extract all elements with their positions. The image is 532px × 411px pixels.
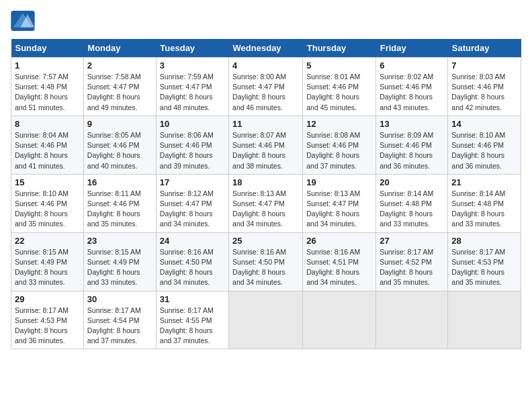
calendar-cell	[229, 291, 303, 349]
day-number: 13	[380, 119, 444, 129]
weekday-header-row: Sunday Monday Tuesday Wednesday Thursday…	[11, 39, 521, 58]
day-info: Sunrise: 8:09 AMSunset: 4:46 PMDaylight:…	[380, 130, 444, 171]
day-number: 16	[87, 177, 152, 187]
day-info: Sunrise: 8:15 AMSunset: 4:49 PMDaylight:…	[87, 247, 152, 288]
calendar-week-row: 29 Sunrise: 8:17 AMSunset: 4:53 PMDaylig…	[11, 291, 521, 349]
calendar-cell: 7 Sunrise: 8:03 AMSunset: 4:46 PMDayligh…	[448, 58, 521, 116]
calendar-cell: 5 Sunrise: 8:01 AMSunset: 4:46 PMDayligh…	[303, 58, 376, 116]
day-info: Sunrise: 8:13 AMSunset: 4:47 PMDaylight:…	[306, 189, 372, 230]
header	[11, 11, 521, 31]
day-info: Sunrise: 8:17 AMSunset: 4:52 PMDaylight:…	[380, 247, 444, 288]
calendar-cell: 13 Sunrise: 8:09 AMSunset: 4:46 PMDaylig…	[376, 116, 448, 174]
calendar-cell: 18 Sunrise: 8:13 AMSunset: 4:47 PMDaylig…	[229, 174, 303, 232]
day-info: Sunrise: 8:03 AMSunset: 4:46 PMDaylight:…	[451, 72, 517, 113]
logo	[11, 11, 39, 31]
day-info: Sunrise: 8:05 AMSunset: 4:46 PMDaylight:…	[87, 130, 152, 171]
calendar-cell: 28 Sunrise: 8:17 AMSunset: 4:53 PMDaylig…	[448, 232, 521, 291]
day-number: 30	[87, 294, 152, 304]
day-info: Sunrise: 7:59 AMSunset: 4:47 PMDaylight:…	[160, 72, 225, 113]
calendar-cell: 24 Sunrise: 8:16 AMSunset: 4:50 PMDaylig…	[156, 232, 228, 291]
day-info: Sunrise: 8:12 AMSunset: 4:47 PMDaylight:…	[160, 189, 225, 230]
day-number: 11	[232, 119, 299, 129]
day-info: Sunrise: 8:01 AMSunset: 4:46 PMDaylight:…	[306, 72, 372, 113]
day-number: 1	[15, 60, 80, 71]
day-info: Sunrise: 8:02 AMSunset: 4:46 PMDaylight:…	[380, 72, 444, 113]
calendar-cell	[376, 291, 448, 349]
day-number: 25	[232, 236, 299, 246]
day-info: Sunrise: 8:15 AMSunset: 4:49 PMDaylight:…	[15, 247, 80, 288]
header-saturday: Saturday	[448, 39, 521, 58]
header-sunday: Sunday	[11, 39, 84, 58]
day-number: 15	[15, 177, 80, 187]
day-info: Sunrise: 8:16 AMSunset: 4:50 PMDaylight:…	[232, 247, 299, 288]
calendar-week-row: 8 Sunrise: 8:04 AMSunset: 4:46 PMDayligh…	[11, 116, 521, 174]
day-info: Sunrise: 8:17 AMSunset: 4:55 PMDaylight:…	[160, 306, 225, 347]
logo-icon	[11, 11, 35, 31]
day-info: Sunrise: 8:00 AMSunset: 4:47 PMDaylight:…	[232, 72, 299, 113]
day-number: 21	[451, 177, 517, 187]
calendar-cell: 21 Sunrise: 8:14 AMSunset: 4:48 PMDaylig…	[448, 174, 521, 232]
day-number: 28	[451, 236, 517, 246]
day-number: 17	[160, 177, 225, 187]
day-number: 31	[160, 294, 225, 304]
calendar-cell: 10 Sunrise: 8:06 AMSunset: 4:46 PMDaylig…	[156, 116, 228, 174]
day-info: Sunrise: 8:17 AMSunset: 4:53 PMDaylight:…	[15, 306, 80, 347]
calendar-cell: 27 Sunrise: 8:17 AMSunset: 4:52 PMDaylig…	[376, 232, 448, 291]
calendar-cell: 4 Sunrise: 8:00 AMSunset: 4:47 PMDayligh…	[229, 58, 303, 116]
day-number: 2	[87, 60, 152, 71]
day-number: 26	[306, 236, 372, 246]
calendar-cell: 2 Sunrise: 7:58 AMSunset: 4:47 PMDayligh…	[83, 58, 156, 116]
day-number: 7	[451, 60, 517, 71]
calendar-cell: 23 Sunrise: 8:15 AMSunset: 4:49 PMDaylig…	[83, 232, 156, 291]
calendar-cell: 30 Sunrise: 8:17 AMSunset: 4:54 PMDaylig…	[83, 291, 156, 349]
header-thursday: Thursday	[303, 39, 376, 58]
calendar-cell: 15 Sunrise: 8:10 AMSunset: 4:46 PMDaylig…	[11, 174, 84, 232]
day-number: 10	[160, 119, 225, 129]
calendar-cell: 6 Sunrise: 8:02 AMSunset: 4:46 PMDayligh…	[376, 58, 448, 116]
day-number: 20	[380, 177, 444, 187]
calendar-cell: 3 Sunrise: 7:59 AMSunset: 4:47 PMDayligh…	[156, 58, 228, 116]
day-info: Sunrise: 8:06 AMSunset: 4:46 PMDaylight:…	[160, 130, 225, 171]
day-number: 3	[160, 60, 225, 71]
day-info: Sunrise: 8:10 AMSunset: 4:46 PMDaylight:…	[15, 189, 80, 230]
calendar-cell: 25 Sunrise: 8:16 AMSunset: 4:50 PMDaylig…	[229, 232, 303, 291]
day-number: 29	[15, 294, 80, 304]
day-number: 22	[15, 236, 80, 246]
day-info: Sunrise: 8:14 AMSunset: 4:48 PMDaylight:…	[451, 189, 517, 230]
day-number: 8	[15, 119, 80, 129]
calendar-cell: 8 Sunrise: 8:04 AMSunset: 4:46 PMDayligh…	[11, 116, 84, 174]
day-info: Sunrise: 7:58 AMSunset: 4:47 PMDaylight:…	[87, 72, 152, 113]
day-number: 4	[232, 60, 299, 71]
day-info: Sunrise: 8:16 AMSunset: 4:51 PMDaylight:…	[306, 247, 372, 288]
calendar-cell: 16 Sunrise: 8:11 AMSunset: 4:46 PMDaylig…	[83, 174, 156, 232]
calendar-cell: 26 Sunrise: 8:16 AMSunset: 4:51 PMDaylig…	[303, 232, 376, 291]
header-monday: Monday	[83, 39, 156, 58]
day-info: Sunrise: 8:17 AMSunset: 4:53 PMDaylight:…	[451, 247, 517, 288]
day-info: Sunrise: 8:04 AMSunset: 4:46 PMDaylight:…	[15, 130, 80, 171]
day-info: Sunrise: 8:14 AMSunset: 4:48 PMDaylight:…	[380, 189, 444, 230]
calendar-week-row: 15 Sunrise: 8:10 AMSunset: 4:46 PMDaylig…	[11, 174, 521, 232]
day-info: Sunrise: 8:08 AMSunset: 4:46 PMDaylight:…	[306, 130, 372, 171]
calendar-cell: 17 Sunrise: 8:12 AMSunset: 4:47 PMDaylig…	[156, 174, 228, 232]
header-tuesday: Tuesday	[156, 39, 228, 58]
day-info: Sunrise: 7:57 AMSunset: 4:48 PMDaylight:…	[15, 72, 80, 113]
day-info: Sunrise: 8:17 AMSunset: 4:54 PMDaylight:…	[87, 306, 152, 347]
calendar-cell	[448, 291, 521, 349]
day-number: 24	[160, 236, 225, 246]
day-info: Sunrise: 8:16 AMSunset: 4:50 PMDaylight:…	[160, 247, 225, 288]
calendar-table: Sunday Monday Tuesday Wednesday Thursday…	[11, 39, 521, 349]
day-number: 19	[306, 177, 372, 187]
calendar-week-row: 1 Sunrise: 7:57 AMSunset: 4:48 PMDayligh…	[11, 58, 521, 116]
day-number: 18	[232, 177, 299, 187]
day-number: 12	[306, 119, 372, 129]
calendar-cell: 20 Sunrise: 8:14 AMSunset: 4:48 PMDaylig…	[376, 174, 448, 232]
calendar-week-row: 22 Sunrise: 8:15 AMSunset: 4:49 PMDaylig…	[11, 232, 521, 291]
calendar-cell	[303, 291, 376, 349]
calendar-cell: 11 Sunrise: 8:07 AMSunset: 4:46 PMDaylig…	[229, 116, 303, 174]
calendar-cell: 1 Sunrise: 7:57 AMSunset: 4:48 PMDayligh…	[11, 58, 84, 116]
calendar-cell: 19 Sunrise: 8:13 AMSunset: 4:47 PMDaylig…	[303, 174, 376, 232]
calendar-cell: 29 Sunrise: 8:17 AMSunset: 4:53 PMDaylig…	[11, 291, 84, 349]
day-info: Sunrise: 8:10 AMSunset: 4:46 PMDaylight:…	[451, 130, 517, 171]
day-number: 27	[380, 236, 444, 246]
day-number: 5	[306, 60, 372, 71]
